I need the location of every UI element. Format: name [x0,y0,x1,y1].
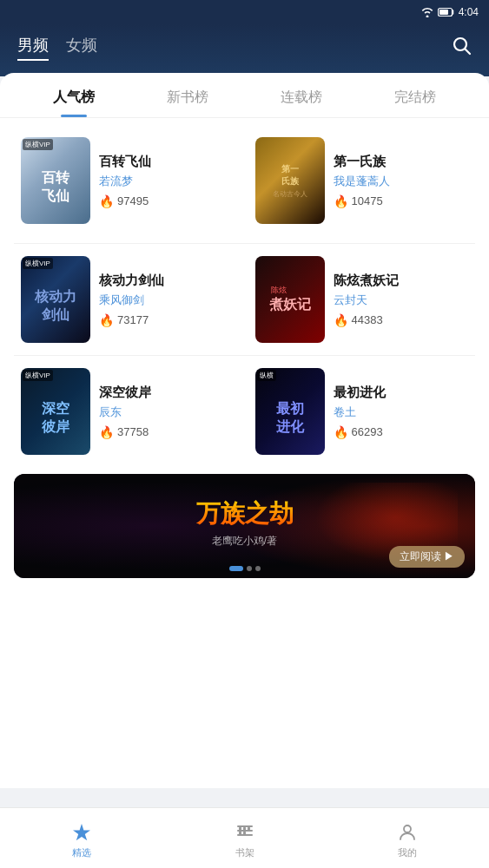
tab-popular[interactable]: 人气榜 [17,89,131,117]
book-title-5: 深空彼岸 [99,385,235,401]
book-heat-6: 🔥 66293 [334,425,469,439]
nav-female[interactable]: 女频 [66,35,97,61]
book-info-5: 深空彼岸 辰东 🔥 37758 [99,385,235,439]
svg-rect-4 [237,825,253,827]
book-author-5: 辰东 [99,404,235,420]
book-cover-3: 纵横VIP 核动力剑仙 [21,256,90,343]
svg-rect-9 [248,827,250,830]
book-heat-2: 🔥 10475 [334,194,469,208]
book-cover-5: 纵横VIP 深空彼岸 [21,368,90,455]
svg-rect-11 [243,832,246,834]
main-content: 人气榜 新书榜 连载榜 完结榜 纵横VIP 百转飞仙 百转飞仙 若流梦 🔥 97… [0,73,489,788]
search-button[interactable] [451,35,472,61]
list-item[interactable]: 纵横VIP 核动力剑仙 核动力剑仙 乘风御剑 🔥 73177 [14,247,241,352]
book-author-6: 卷土 [334,404,469,420]
shelf-icon [235,822,255,843]
cover-badge-5: 纵横VIP [23,370,53,381]
cover-title-1: 百转飞仙 [42,169,69,206]
fire-icon-6: 🔥 [334,425,348,439]
fire-icon-5: 🔥 [99,425,114,439]
svg-point-12 [404,825,411,832]
fire-icon-2: 🔥 [334,194,348,208]
banner-dots [229,566,261,571]
battery-icon [438,7,455,17]
cover-title-4: 煮妖记 [269,296,311,314]
book-heat-1: 🔥 97495 [99,194,235,208]
cover-sub-2: 名动古今人 [273,189,307,199]
heat-value-2: 10475 [352,194,383,207]
banner-subtitle: 老鹰吃小鸡/著 [212,534,277,549]
heat-value-1: 97495 [117,194,149,207]
cover-title-6: 最初进化 [276,400,304,437]
book-author-3: 乘风御剑 [99,293,235,308]
cover-title-3: 核动力剑仙 [35,288,76,325]
cover-badge-1: 纵横VIP [23,139,53,150]
nav-male[interactable]: 男频 [17,35,49,61]
book-cover-1: 纵横VIP 百转飞仙 [21,137,90,224]
bottom-nav: 精选 书架 我的 [0,807,489,868]
dot-1 [229,566,243,571]
cover-title-5: 深空彼岸 [42,400,69,437]
status-bar: 4:04 [0,0,489,24]
banner-title: 万族之劫 [196,497,294,530]
nav-tab-featured[interactable]: 精选 [0,817,163,859]
book-title-3: 核动力剑仙 [99,273,235,289]
tabs-bar: 人气榜 新书榜 连载榜 完结榜 [0,73,489,118]
book-heat-5: 🔥 37758 [99,425,235,439]
book-info-6: 最初进化 卷土 🔥 66293 [334,385,469,439]
book-cover-4: 陈炫 煮妖记 [255,256,325,343]
banner[interactable]: 万族之劫 老鹰吃小鸡/著 立即阅读 ▶ [14,474,475,578]
list-item[interactable]: 陈炫 煮妖记 陈炫煮妖记 云封天 🔥 44383 [248,247,476,352]
book-title-2: 第一氏族 [334,154,469,170]
book-heat-3: 🔥 73177 [99,313,235,327]
banner-read-button[interactable]: 立即阅读 ▶ [389,546,465,568]
header-nav: 男频 女频 [17,35,433,61]
heat-value-3: 73177 [117,313,149,326]
status-time: 4:04 [459,6,479,18]
svg-rect-6 [237,834,253,836]
list-item[interactable]: 第一氏族 名动古今人 第一氏族 我是蓬蒿人 🔥 10475 [248,128,476,233]
nav-tab-profile-label: 我的 [398,846,417,859]
fire-icon-4: 🔥 [334,313,348,327]
svg-rect-7 [239,827,241,830]
tab-new[interactable]: 新书榜 [131,89,245,117]
book-info-2: 第一氏族 我是蓬蒿人 🔥 10475 [334,154,469,208]
tab-complete[interactable]: 完结榜 [358,89,472,117]
tab-serial[interactable]: 连载榜 [245,89,359,117]
cover-badge-4: 陈炫 [269,285,287,296]
list-item[interactable]: 纵横VIP 深空彼岸 深空彼岸 辰东 🔥 37758 [14,359,241,464]
book-info-4: 陈炫煮妖记 云封天 🔥 44383 [334,273,469,327]
book-title-4: 陈炫煮妖记 [334,273,469,289]
list-item[interactable]: 纵横VIP 百转飞仙 百转飞仙 若流梦 🔥 97495 [14,128,241,233]
book-cover-6: 纵横 最初进化 [255,368,325,455]
heat-value-6: 66293 [352,425,383,438]
book-list-3: 纵横VIP 深空彼岸 深空彼岸 辰东 🔥 37758 纵横 最初进化 最初进化 … [0,356,489,467]
nav-tab-shelf[interactable]: 书架 [163,817,327,859]
featured-icon [71,822,92,843]
list-item[interactable]: 纵横 最初进化 最初进化 卷土 🔥 66293 [248,359,476,464]
nav-tab-shelf-label: 书架 [235,846,254,859]
svg-rect-10 [239,832,241,834]
heat-value-4: 44383 [352,313,383,326]
header: 男频 女频 [0,24,489,76]
status-icons: 4:04 [420,6,479,18]
cover-badge-6: 纵横 [257,370,276,381]
svg-rect-1 [439,10,448,15]
book-list: 纵横VIP 百转飞仙 百转飞仙 若流梦 🔥 97495 第一氏族 名动古今人 [0,118,489,243]
book-heat-4: 🔥 44383 [334,313,469,327]
book-title-1: 百转飞仙 [99,154,235,170]
dot-3 [255,566,261,571]
nav-tab-profile[interactable]: 我的 [326,817,489,859]
book-author-4: 云封天 [334,293,469,308]
svg-rect-8 [243,827,246,830]
cover-badge-3: 纵横VIP [23,258,53,269]
book-author-2: 我是蓬蒿人 [334,174,469,189]
wifi-icon [420,7,434,17]
book-author-1: 若流梦 [99,174,235,189]
svg-line-3 [466,49,471,55]
dot-2 [247,566,252,571]
svg-rect-5 [237,830,253,832]
book-list-2: 纵横VIP 核动力剑仙 核动力剑仙 乘风御剑 🔥 73177 陈炫 煮妖记 [0,244,489,355]
book-info-1: 百转飞仙 若流梦 🔥 97495 [99,154,235,208]
nav-tab-featured-label: 精选 [72,846,91,859]
